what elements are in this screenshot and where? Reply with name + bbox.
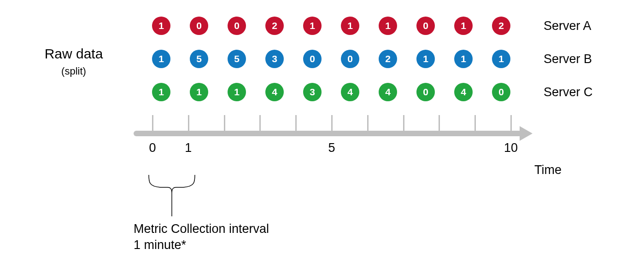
data-rows: 1002111012Server A1553002111Server B1114… [152, 17, 593, 116]
axis-bar [134, 131, 521, 136]
data-point: 1 [416, 50, 435, 68]
time-axis: 01510 [134, 115, 534, 141]
server-label: Server C [544, 85, 593, 99]
data-point: 1 [454, 50, 473, 68]
raw-data-subtitle: (split) [28, 65, 120, 77]
axis-tick-label: 0 [149, 141, 156, 155]
interval-annotation: Metric Collection interval 1 minute* [134, 221, 269, 253]
data-point: 1 [303, 17, 322, 35]
raw-data-label: Raw data (split) [28, 46, 120, 77]
data-point: 2 [265, 17, 284, 35]
axis-line [134, 131, 534, 136]
data-point: 1 [341, 17, 359, 35]
data-point: 3 [303, 83, 322, 101]
data-point: 1 [379, 17, 397, 35]
annotation-line2: 1 minute* [134, 237, 269, 253]
data-point: 0 [341, 50, 359, 68]
data-point: 0 [492, 83, 510, 101]
server-label: Server B [544, 52, 592, 66]
annotation-line1: Metric Collection interval [134, 221, 269, 237]
data-point: 2 [492, 17, 510, 35]
data-point: 1 [190, 83, 208, 101]
data-point: 0 [228, 17, 246, 35]
data-point: 2 [379, 50, 397, 68]
axis-tick-label: 1 [185, 141, 192, 155]
data-point: 1 [228, 83, 246, 101]
data-point: 1 [152, 50, 170, 68]
data-point: 0 [190, 17, 208, 35]
data-row: 1553002111Server B [152, 50, 593, 68]
data-point: 0 [303, 50, 322, 68]
data-point: 4 [379, 83, 397, 101]
interval-bracket [144, 173, 199, 220]
data-row: 1114344040Server C [152, 83, 593, 101]
data-point: 5 [228, 50, 246, 68]
time-axis-label: Time [534, 163, 562, 177]
data-point: 1 [152, 17, 170, 35]
data-point: 4 [341, 83, 359, 101]
axis-arrow-icon [520, 126, 533, 141]
data-point: 3 [265, 50, 284, 68]
data-row: 1002111012Server A [152, 17, 593, 35]
server-label: Server A [544, 19, 591, 33]
data-point: 1 [454, 17, 473, 35]
axis-tick-label: 5 [328, 141, 335, 155]
data-point: 0 [416, 17, 435, 35]
data-point: 4 [454, 83, 473, 101]
data-point: 1 [152, 83, 170, 101]
data-point: 4 [265, 83, 284, 101]
data-point: 1 [492, 50, 510, 68]
data-point: 5 [190, 50, 208, 68]
axis-tick-label: 10 [504, 141, 518, 155]
data-point: 0 [416, 83, 435, 101]
raw-data-title: Raw data [28, 46, 120, 62]
